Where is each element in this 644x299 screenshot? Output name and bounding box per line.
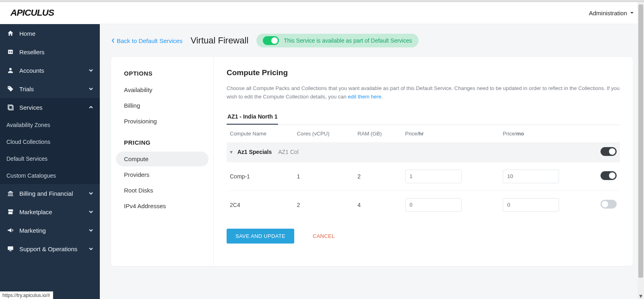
chevron-down-icon [89,191,93,196]
chevron-down-icon [89,246,93,251]
scroll-down-icon[interactable]: ▾ [638,293,644,299]
price-hr-input[interactable] [405,198,462,212]
sidebar-item-services[interactable]: Services [0,98,100,117]
status-bar-url: https://try.apiculus.io/# [0,291,53,299]
sidebar: Home Resellers Accounts Trials Services … [0,24,100,299]
chevron-down-icon [89,209,93,214]
left-nav: OPTIONS Availability Billing Provisionin… [111,57,214,266]
table-row: 2C4 2 4 [227,190,620,219]
sidebar-sub-cloud-collections[interactable]: Cloud Collections [0,133,100,150]
monitor-icon [6,245,14,253]
save-button[interactable]: SAVE AND UPDATE [227,229,294,244]
price-mo-input[interactable] [503,170,559,183]
sidebar-sub-availability-zones[interactable]: Availability Zones [0,117,100,133]
group-sub: AZ1 Col [278,149,299,155]
sidebar-item-marketplace[interactable]: Marketplace [0,203,100,221]
back-link[interactable]: Back to Default Services [111,37,182,44]
sidebar-item-marketing[interactable]: Marketing [0,221,100,240]
service-status-pill: This Service is available as part of Def… [256,34,418,47]
cell-ram: 2 [354,162,402,190]
administration-label: Administration [589,10,627,16]
scrollbar-thumb[interactable] [638,4,643,278]
badge-icon [6,48,14,56]
back-link-label: Back to Default Services [117,37,182,44]
price-mo-input[interactable] [503,198,559,212]
cell-cores: 2 [294,190,355,219]
svg-point-5 [9,68,12,70]
group-name: Az1 Specials [237,149,272,155]
group-toggle[interactable] [601,147,617,156]
edit-collection-link[interactable]: edit them here [348,94,381,100]
option-provisioning[interactable]: Provisioning [116,114,208,129]
service-status-toggle[interactable] [263,36,279,45]
scrollbar[interactable]: ▴ ▾ [638,2,644,299]
cell-name: 2C4 [227,190,294,219]
compute-table: Compute Name Cores (vCPU) RAM (GB) Price… [227,125,620,219]
tag-icon [6,85,14,93]
megaphone-icon [6,226,14,234]
chevron-down-icon [89,68,93,73]
sidebar-item-billing-financial[interactable]: Billing and Financial [0,184,100,203]
main-content: Back to Default Services Virtual Firewal… [100,24,644,299]
page-title: Virtual Firewall [190,35,248,46]
sidebar-item-label: Services [19,104,43,111]
chevron-up-icon [89,105,93,110]
svg-rect-4 [11,52,12,53]
sidebar-item-trials[interactable]: Trials [0,80,100,98]
svg-rect-9 [8,246,13,250]
cancel-button[interactable]: CANCEL [304,229,344,244]
option-availability[interactable]: Availability [116,82,208,97]
sidebar-item-resellers[interactable]: Resellers [0,43,100,61]
brand-logo: APICULUS [10,8,74,18]
svg-rect-11 [9,251,12,251]
col-ram: RAM (GB) [354,125,402,142]
panel: Compute Pricing Choose all Compute Packs… [214,57,633,266]
sidebar-item-label: Marketplace [19,209,52,215]
tab-az1[interactable]: AZ1 - India North 1 [227,109,278,125]
sidebar-sub-default-services[interactable]: Default Services [0,150,100,167]
panel-title: Compute Pricing [227,68,620,77]
pricing-compute[interactable]: Compute [116,152,208,166]
chevron-down-icon [89,86,93,91]
cell-cores: 1 [294,162,355,190]
table-row: Comp-1 1 2 [227,162,620,190]
price-hr-input[interactable] [405,170,462,183]
home-icon [6,29,14,37]
svg-rect-10 [10,250,12,251]
cell-name: Comp-1 [227,162,294,190]
col-price-mo: Price/mo [500,125,597,142]
sidebar-item-label: Home [19,30,35,37]
group-row[interactable]: ▾ Az1 Specials AZ1 Col [227,142,620,162]
tab-row: AZ1 - India North 1 [227,109,620,125]
col-price-hr: Price/hr [402,125,500,142]
option-billing[interactable]: Billing [116,98,208,113]
sidebar-item-label: Resellers [19,49,45,55]
service-status-text: This Service is available as part of Def… [284,37,412,44]
layers-icon [6,103,14,111]
cell-ram: 4 [354,190,402,219]
row-toggle[interactable] [601,200,617,209]
svg-rect-3 [11,51,12,52]
svg-rect-1 [8,50,13,54]
pricing-heading: PRICING [111,139,213,151]
sidebar-item-support-operations[interactable]: Support & Operations [0,240,100,258]
person-icon [6,66,14,74]
col-compute-name: Compute Name [227,125,294,142]
pricing-root-disks[interactable]: Root Disks [116,183,208,198]
pricing-providers[interactable]: Providers [116,167,208,182]
caret-down-icon: ▾ [230,149,233,155]
sidebar-item-home[interactable]: Home [0,24,100,43]
pricing-ipv4[interactable]: IPv4 Addresses [116,199,208,213]
bank-icon [6,189,14,197]
sidebar-sub-custom-catalogues[interactable]: Custom Catalogues [0,167,100,184]
caret-down-icon [630,10,634,15]
administration-dropdown[interactable]: Administration [589,10,634,16]
row-toggle[interactable] [601,171,617,180]
sidebar-item-label: Accounts [19,67,44,74]
sidebar-item-label: Billing and Financial [19,190,73,197]
sidebar-item-accounts[interactable]: Accounts [0,61,100,80]
sidebar-item-label: Marketing [19,227,46,234]
svg-point-2 [9,51,10,53]
svg-point-6 [8,87,9,88]
chevron-left-icon [111,38,115,43]
